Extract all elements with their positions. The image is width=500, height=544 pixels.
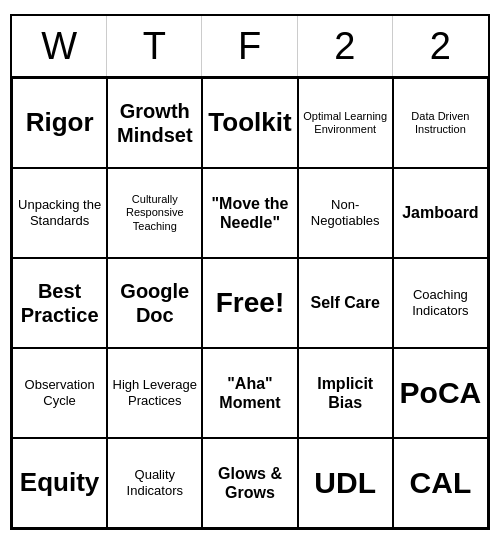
cell-text-r3-c4: PoCA bbox=[400, 375, 482, 411]
header-col-3: 2 bbox=[298, 16, 393, 76]
cell-r3-c2: "Aha" Moment bbox=[202, 348, 297, 438]
cell-text-r3-c2: "Aha" Moment bbox=[207, 374, 292, 412]
cell-text-r1-c3: Non-Negotiables bbox=[303, 197, 388, 228]
cell-text-r1-c0: Unpacking the Standards bbox=[17, 197, 102, 228]
cell-r4-c3: UDL bbox=[298, 438, 393, 528]
cell-r1-c0: Unpacking the Standards bbox=[12, 168, 107, 258]
header-col-2: F bbox=[202, 16, 297, 76]
bingo-grid: RigorGrowthMindsetToolkitOptimal Learnin… bbox=[12, 78, 488, 528]
cell-text-r1-c2: "Move the Needle" bbox=[207, 194, 292, 232]
cell-r1-c3: Non-Negotiables bbox=[298, 168, 393, 258]
bingo-card: WTF22 RigorGrowthMindsetToolkitOptimal L… bbox=[10, 14, 490, 530]
cell-text-r4-c0: Equity bbox=[20, 467, 99, 498]
cell-r4-c4: CAL bbox=[393, 438, 488, 528]
cell-text-r0-c1: GrowthMindset bbox=[117, 99, 193, 147]
cell-r4-c0: Equity bbox=[12, 438, 107, 528]
cell-text-r0-c2: Toolkit bbox=[208, 107, 291, 138]
cell-text-r0-c0: Rigor bbox=[26, 107, 94, 138]
cell-text-r4-c2: Glows & Grows bbox=[207, 464, 292, 502]
cell-r4-c2: Glows & Grows bbox=[202, 438, 297, 528]
cell-text-r4-c4: CAL bbox=[410, 465, 472, 501]
header-col-4: 2 bbox=[393, 16, 488, 76]
cell-text-r3-c3: Implicit Bias bbox=[303, 374, 388, 412]
cell-text-r1-c4: Jamboard bbox=[402, 203, 478, 222]
cell-text-r2-c0: Best Practice bbox=[17, 279, 102, 327]
cell-text-r0-c3: Optimal Learning Environment bbox=[303, 110, 388, 136]
cell-r1-c2: "Move the Needle" bbox=[202, 168, 297, 258]
cell-text-r4-c3: UDL bbox=[314, 465, 376, 501]
cell-text-r3-c1: High Leverage Practices bbox=[112, 377, 197, 408]
cell-r3-c4: PoCA bbox=[393, 348, 488, 438]
cell-text-r2-c4: Coaching Indicators bbox=[398, 287, 483, 318]
cell-r0-c3: Optimal Learning Environment bbox=[298, 78, 393, 168]
cell-text-r4-c1: Quality Indicators bbox=[112, 467, 197, 498]
cell-r2-c1: Google Doc bbox=[107, 258, 202, 348]
cell-r4-c1: Quality Indicators bbox=[107, 438, 202, 528]
cell-text-r2-c2: Free! bbox=[216, 286, 284, 320]
cell-r3-c1: High Leverage Practices bbox=[107, 348, 202, 438]
cell-r3-c3: Implicit Bias bbox=[298, 348, 393, 438]
cell-r0-c2: Toolkit bbox=[202, 78, 297, 168]
header-col-0: W bbox=[12, 16, 107, 76]
cell-text-r1-c1: Culturally Responsive Teaching bbox=[112, 193, 197, 233]
cell-r2-c3: Self Care bbox=[298, 258, 393, 348]
cell-r1-c1: Culturally Responsive Teaching bbox=[107, 168, 202, 258]
bingo-header: WTF22 bbox=[12, 16, 488, 78]
cell-r2-c4: Coaching Indicators bbox=[393, 258, 488, 348]
cell-r0-c4: Data Driven Instruction bbox=[393, 78, 488, 168]
cell-text-r0-c4: Data Driven Instruction bbox=[398, 110, 483, 136]
cell-text-r2-c3: Self Care bbox=[311, 293, 380, 312]
cell-text-r2-c1: Google Doc bbox=[112, 279, 197, 327]
cell-r0-c1: GrowthMindset bbox=[107, 78, 202, 168]
cell-r0-c0: Rigor bbox=[12, 78, 107, 168]
header-col-1: T bbox=[107, 16, 202, 76]
cell-r3-c0: Observation Cycle bbox=[12, 348, 107, 438]
cell-r1-c4: Jamboard bbox=[393, 168, 488, 258]
cell-text-r3-c0: Observation Cycle bbox=[17, 377, 102, 408]
cell-r2-c2: Free! bbox=[202, 258, 297, 348]
cell-r2-c0: Best Practice bbox=[12, 258, 107, 348]
